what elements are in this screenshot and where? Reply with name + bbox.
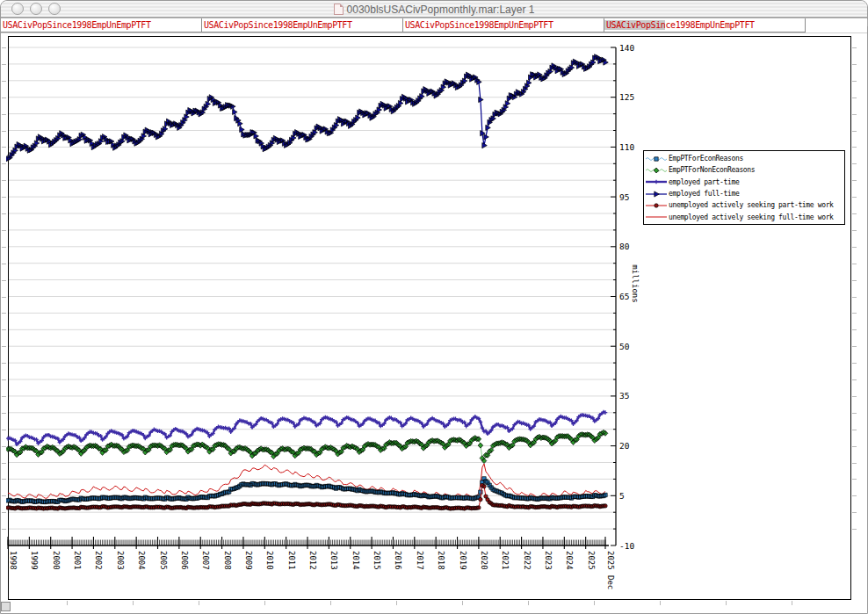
svg-text:2004: 2004 [137, 551, 146, 570]
tab-label-rest: ce1998EmpUnEmpPTFT [665, 20, 754, 30]
svg-text:65: 65 [619, 292, 629, 301]
svg-text:2007: 2007 [201, 551, 210, 570]
svg-text:35: 35 [619, 391, 629, 401]
tab-strip: USACivPopSince1998EmpUnEmpPTFT USACivPop… [1, 18, 867, 33]
svg-text:2015: 2015 [373, 551, 381, 570]
svg-text:80: 80 [619, 242, 630, 251]
svg-text:1999: 1999 [30, 551, 39, 570]
legend-label: EmpPTForEconReasons [669, 155, 743, 163]
tab-1[interactable]: USACivPopSince1998EmpUnEmpPTFT [1, 18, 202, 33]
svg-text:2008: 2008 [223, 551, 232, 570]
legend-label: employed part-time [669, 178, 739, 186]
tab-label: USACivPopSince1998EmpUnEmpPTFT [202, 20, 352, 30]
legend-marker-blue-square [644, 154, 669, 164]
tab-label: USACivPopSince1998EmpUnEmpPTFT [403, 20, 553, 30]
legend-row-emp-pt-econ[interactable]: EmpPTForEconReasons [644, 153, 844, 164]
svg-text:-10: -10 [619, 541, 634, 551]
svg-text:2025: 2025 [587, 551, 596, 570]
svg-text:2020: 2020 [480, 551, 488, 570]
plot-frame [9, 37, 851, 600]
tab-label: USACivPopSince1998EmpUnEmpPTFT [1, 20, 151, 30]
svg-text:2006: 2006 [180, 551, 189, 570]
legend-row-employed-part-time[interactable]: employed part-time [644, 177, 844, 188]
svg-text:2024: 2024 [565, 551, 574, 570]
svg-text:2003: 2003 [116, 551, 125, 570]
svg-text:140: 140 [619, 43, 634, 53]
zoom-button[interactable] [48, 3, 61, 15]
legend-label: unemployed actively seeking full-time wo… [669, 213, 834, 221]
svg-text:2009: 2009 [244, 551, 253, 570]
legend-marker-green-diamond [644, 165, 669, 176]
plot-area[interactable]: 1401251109580655035205-10millions1998199… [1, 1, 868, 614]
legend-label: unemployed actively seeking part-time wo… [669, 201, 834, 209]
tab-3[interactable]: USACivPopSince1998EmpUnEmpPTFT [403, 18, 604, 33]
svg-text:2025: 2025 [606, 551, 615, 570]
svg-text:2021: 2021 [501, 551, 510, 570]
legend-row-emp-pt-nonecon[interactable]: EmpPTForNonEconReasons [644, 164, 844, 176]
legend-label: employed full-time [669, 190, 739, 198]
legend-marker-purple-plus [644, 177, 669, 187]
svg-text:2016: 2016 [394, 551, 402, 570]
close-button[interactable] [11, 3, 24, 15]
ruler-right [852, 47, 857, 545]
ruler-left [2, 47, 6, 545]
legend-marker-red-line [644, 212, 669, 222]
svg-text:2017: 2017 [416, 551, 424, 570]
svg-text:5: 5 [619, 491, 625, 501]
svg-text:125: 125 [619, 92, 634, 102]
legend-marker-darkred-circle [644, 200, 669, 211]
svg-text:50: 50 [619, 342, 630, 351]
svg-text:2013: 2013 [329, 551, 338, 570]
svg-text:20: 20 [619, 441, 630, 451]
svg-text:2023: 2023 [544, 551, 553, 570]
tab-label-selected-part: USACivPopSin [604, 20, 665, 30]
svg-text:1998: 1998 [9, 551, 18, 570]
legend-label: EmpPTForNonEconReasons [669, 166, 755, 174]
legend: EmpPTForEconReasons EmpPTForNonEconReaso… [643, 150, 845, 225]
svg-text:2018: 2018 [437, 551, 445, 570]
svg-text:2002: 2002 [94, 551, 103, 570]
tab-2[interactable]: USACivPopSince1998EmpUnEmpPTFT [202, 18, 403, 33]
svg-text:2010: 2010 [265, 551, 274, 570]
document-icon [334, 4, 344, 15]
svg-text:2005: 2005 [159, 551, 168, 570]
svg-text:95: 95 [619, 192, 629, 202]
window-titlebar[interactable]: 0030blsUSACivPopmonthly.mar:Layer 1 [1, 1, 867, 18]
legend-row-unemployed-full-time[interactable]: unemployed actively seeking full-time wo… [644, 211, 844, 222]
tab-4[interactable]: USACivPopSince1998EmpUnEmpPTFT [604, 18, 806, 33]
svg-text:2012: 2012 [308, 551, 317, 570]
minimize-button[interactable] [30, 3, 42, 15]
svg-text:2000: 2000 [52, 551, 61, 570]
svg-text:2001: 2001 [73, 551, 82, 570]
svg-text:110: 110 [619, 142, 634, 152]
svg-text:2019: 2019 [459, 551, 467, 570]
svg-text:Dec: Dec [606, 575, 615, 589]
scroll-box-bottom-left[interactable] [1, 602, 11, 611]
ruler-bottom [67, 601, 840, 605]
legend-marker-navy-triangle [644, 189, 669, 199]
y-axis-title: millions [631, 264, 640, 302]
legend-row-unemployed-part-time[interactable]: unemployed actively seeking part-time wo… [644, 199, 844, 211]
svg-text:2014: 2014 [351, 551, 360, 570]
legend-row-employed-full-time[interactable]: employed full-time [644, 188, 844, 199]
svg-text:2011: 2011 [287, 551, 296, 570]
window-title: 0030blsUSACivPopmonthly.mar:Layer 1 [347, 4, 535, 16]
application-window: 1401251109580655035205-10millions1998199… [0, 0, 868, 614]
svg-text:2022: 2022 [523, 551, 532, 570]
